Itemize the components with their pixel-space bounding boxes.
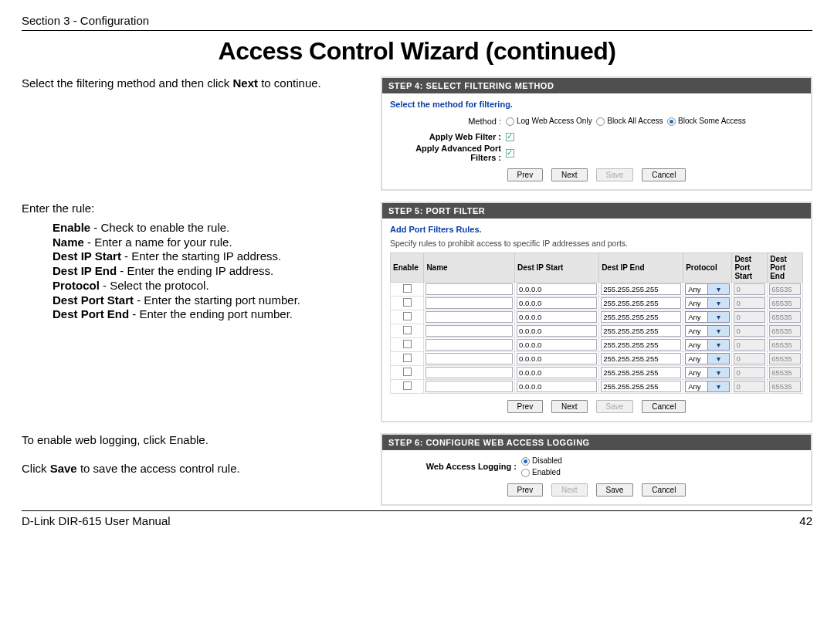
col-enable: Enable xyxy=(391,253,424,283)
dest-ip-start-input[interactable]: 0.0.0.0 xyxy=(517,353,597,364)
chevron-down-icon: ▾ xyxy=(707,284,730,294)
dest-port-start-input[interactable]: 0 xyxy=(734,339,765,351)
web-logging-label: Web Access Logging : xyxy=(390,462,521,471)
dest-port-end-input[interactable]: 65535 xyxy=(769,325,801,337)
enable-checkbox[interactable] xyxy=(403,381,412,390)
radio-block-some[interactable] xyxy=(667,117,676,126)
cancel-button[interactable]: Cancel xyxy=(642,168,686,181)
dest-ip-end-input[interactable]: 255.255.255.255 xyxy=(601,283,681,295)
radio-disabled[interactable] xyxy=(521,457,530,466)
chevron-down-icon: ▾ xyxy=(707,354,730,364)
name-input[interactable] xyxy=(425,381,513,392)
dest-port-end-input[interactable]: 65535 xyxy=(769,353,801,364)
def-desc: - Enter the starting port number. xyxy=(134,293,300,307)
protocol-select[interactable]: Any▾ xyxy=(685,367,730,378)
step6-description: To enable web logging, click Enable. Cli… xyxy=(22,433,373,476)
def-term: Dest IP Start xyxy=(53,249,121,263)
dest-ip-end-input[interactable]: 255.255.255.255 xyxy=(601,325,681,337)
radio-block-all[interactable] xyxy=(596,117,605,126)
dest-port-end-input[interactable]: 65535 xyxy=(769,367,801,378)
name-input[interactable] xyxy=(425,297,513,309)
dest-ip-start-input[interactable]: 0.0.0.0 xyxy=(517,381,597,392)
dest-ip-end-input[interactable]: 255.255.255.255 xyxy=(601,353,681,364)
dest-port-end-input[interactable]: 65535 xyxy=(769,381,801,392)
table-row: 0.0.0.0255.255.255.255Any▾065535 xyxy=(391,380,803,394)
name-input[interactable] xyxy=(425,367,513,378)
def-desc: - Enter the ending port number. xyxy=(129,307,293,320)
step5-panel: STEP 5: PORT FILTER Add Port Filters Rul… xyxy=(381,202,812,422)
apply-web-filter-checkbox[interactable] xyxy=(506,133,514,141)
dest-port-start-input[interactable]: 0 xyxy=(734,311,765,323)
radio-log-web[interactable] xyxy=(506,117,514,126)
dest-ip-start-input[interactable]: 0.0.0.0 xyxy=(517,297,597,309)
dest-port-end-input[interactable]: 65535 xyxy=(769,311,801,323)
save-bold: Save xyxy=(50,462,77,475)
protocol-select[interactable]: Any▾ xyxy=(685,353,730,364)
enable-checkbox[interactable] xyxy=(403,368,412,376)
dest-port-start-input[interactable]: 0 xyxy=(734,381,765,392)
dest-ip-end-input[interactable]: 255.255.255.255 xyxy=(601,339,681,351)
page-footer: D-Link DIR-615 User Manual 42 xyxy=(22,510,812,527)
prev-button[interactable]: Prev xyxy=(507,483,544,497)
table-row: 0.0.0.0255.255.255.255Any▾065535 xyxy=(391,283,803,297)
def-term: Dest Port End xyxy=(53,307,129,320)
next-button[interactable]: Next xyxy=(551,168,588,181)
prev-button[interactable]: Prev xyxy=(507,400,544,413)
enable-checkbox[interactable] xyxy=(403,326,412,334)
dest-ip-start-input[interactable]: 0.0.0.0 xyxy=(517,311,597,323)
apply-advanced-port-filters-checkbox[interactable] xyxy=(506,149,514,158)
enable-checkbox[interactable] xyxy=(403,284,412,293)
dest-ip-end-input[interactable]: 255.255.255.255 xyxy=(601,367,681,378)
dest-port-start-input[interactable]: 0 xyxy=(734,325,765,337)
table-row: 0.0.0.0255.255.255.255Any▾065535 xyxy=(391,297,803,310)
enable-checkbox[interactable] xyxy=(403,312,412,320)
cancel-button[interactable]: Cancel xyxy=(642,483,686,497)
dest-port-start-input[interactable]: 0 xyxy=(734,297,765,309)
dest-port-start-input[interactable]: 0 xyxy=(734,367,765,378)
def-term: Protocol xyxy=(53,279,100,292)
opt-label: Disabled xyxy=(532,456,562,465)
dest-ip-end-input[interactable]: 255.255.255.255 xyxy=(601,297,681,309)
dest-port-start-input[interactable]: 0 xyxy=(734,353,765,364)
protocol-select[interactable]: Any▾ xyxy=(685,339,730,351)
def-desc: - Enter a name for your rule. xyxy=(84,236,232,249)
def-term: Dest Port Start xyxy=(53,293,134,307)
enable-checkbox[interactable] xyxy=(403,340,412,348)
protocol-select[interactable]: Any▾ xyxy=(685,325,730,337)
name-input[interactable] xyxy=(425,283,513,295)
dest-ip-end-input[interactable]: 255.255.255.255 xyxy=(601,381,681,392)
dest-port-end-input[interactable]: 65535 xyxy=(769,339,801,351)
name-input[interactable] xyxy=(425,325,513,337)
dest-port-start-input[interactable]: 0 xyxy=(734,283,765,295)
save-button[interactable]: Save xyxy=(596,483,634,497)
protocol-select[interactable]: Any▾ xyxy=(685,311,730,323)
dest-ip-start-input[interactable]: 0.0.0.0 xyxy=(517,325,597,337)
enable-checkbox[interactable] xyxy=(403,298,412,307)
text: Click xyxy=(22,462,50,475)
chevron-down-icon: ▾ xyxy=(707,340,730,350)
step4-description: Select the filtering method and then cli… xyxy=(22,76,373,91)
prev-button[interactable]: Prev xyxy=(507,168,544,181)
step4-row: Select the filtering method and then cli… xyxy=(22,76,812,191)
dest-port-end-input[interactable]: 65535 xyxy=(769,297,801,309)
name-input[interactable] xyxy=(425,311,513,323)
table-row: 0.0.0.0255.255.255.255Any▾065535 xyxy=(391,366,803,380)
protocol-select[interactable]: Any▾ xyxy=(685,283,730,295)
cancel-button[interactable]: Cancel xyxy=(642,400,686,413)
def-desc: - Enter the ending IP address. xyxy=(117,264,273,277)
radio-enabled[interactable] xyxy=(521,469,530,477)
dest-ip-start-input[interactable]: 0.0.0.0 xyxy=(517,367,597,378)
protocol-select[interactable]: Any▾ xyxy=(685,381,730,392)
dest-ip-start-input[interactable]: 0.0.0.0 xyxy=(517,283,597,295)
next-button[interactable]: Next xyxy=(551,400,588,413)
dest-ip-end-input[interactable]: 255.255.255.255 xyxy=(601,311,681,323)
text: Select the filtering method and then cli… xyxy=(22,76,233,90)
footer-left: D-Link DIR-615 User Manual xyxy=(22,514,171,527)
enable-checkbox[interactable] xyxy=(403,354,412,362)
dest-port-end-input[interactable]: 65535 xyxy=(769,283,801,295)
name-input[interactable] xyxy=(425,353,513,364)
dest-ip-start-input[interactable]: 0.0.0.0 xyxy=(517,339,597,351)
protocol-select[interactable]: Any▾ xyxy=(685,297,730,309)
name-input[interactable] xyxy=(425,339,513,351)
table-row: 0.0.0.0255.255.255.255Any▾065535 xyxy=(391,338,803,352)
